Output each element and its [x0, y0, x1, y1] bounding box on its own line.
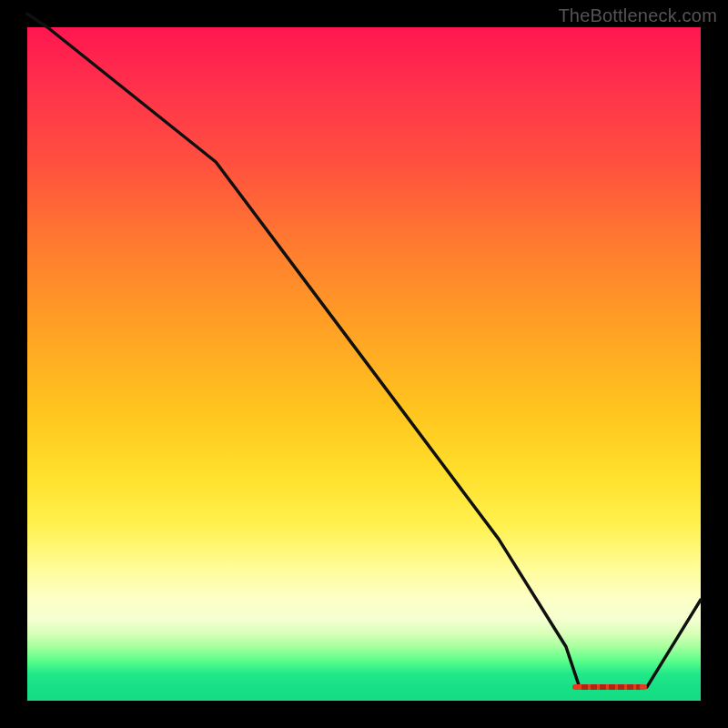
- valley-marker: [572, 684, 646, 690]
- plot-area: [27, 27, 701, 701]
- bottleneck-curve: [27, 27, 701, 701]
- chart-frame: TheBottleneck.com: [0, 0, 728, 728]
- watermark-text: TheBottleneck.com: [558, 5, 717, 26]
